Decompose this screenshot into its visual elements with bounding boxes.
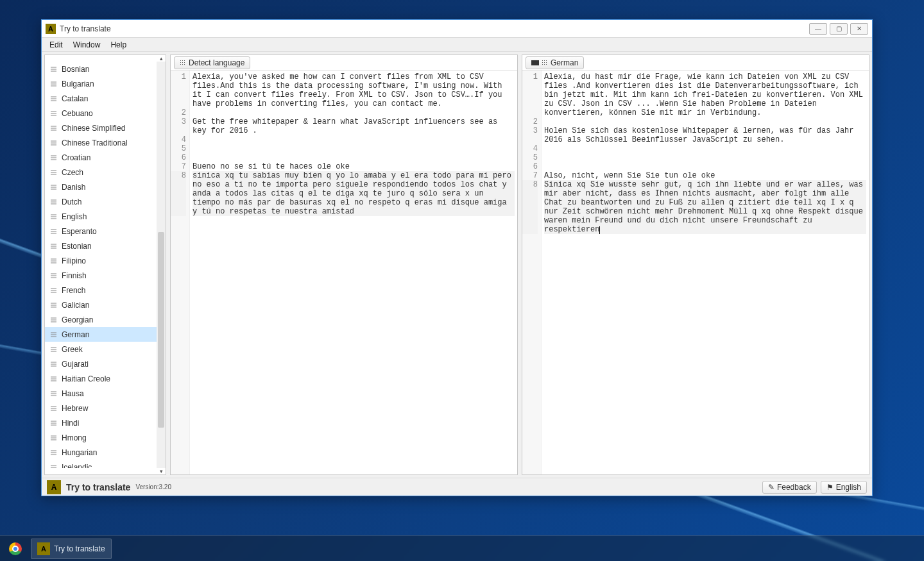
language-item[interactable]: Estonian [45, 239, 166, 253]
language-item[interactable]: English [45, 209, 166, 224]
statusbar: A Try to translate Version:3.20 ✎ Feedba… [42, 478, 872, 496]
chrome-icon [9, 542, 22, 555]
source-pane: Detect language 12345678 Alexia, you've … [170, 54, 518, 475]
language-item[interactable]: Czech [45, 165, 166, 180]
titlebar[interactable]: A Try to translate — ▢ ✕ [42, 20, 872, 38]
code-line: Get the free whitepaper & learn what Jav… [193, 117, 515, 135]
taskbar-app-label: Try to translate [54, 544, 105, 553]
code-line: Holen Sie sich das kostenlose Whitepaper… [544, 126, 866, 144]
window-title: Try to translate [60, 24, 111, 33]
language-item[interactable]: Catalan [45, 91, 166, 106]
menu-edit[interactable]: Edit [44, 39, 68, 51]
language-item[interactable]: Galician [45, 297, 166, 312]
code-line [544, 144, 866, 153]
language-item[interactable]: Bosnian [45, 62, 166, 76]
target-language-button[interactable]: German [526, 56, 584, 69]
app-window: A Try to translate — ▢ ✕ Edit Window Hel… [41, 19, 873, 496]
code-line: Alexia, you've asked me how can I conver… [193, 72, 515, 108]
code-line [544, 153, 866, 162]
code-line: Sinica xq Sie wusste sehr gut, q ich ihn… [544, 180, 866, 234]
lang-scroll-down[interactable]: ▾ [157, 468, 166, 474]
language-item[interactable]: Dutch [45, 194, 166, 209]
close-button[interactable]: ✕ [850, 23, 868, 35]
language-item[interactable]: Chinese Simplified [45, 121, 166, 135]
taskbar-app[interactable]: A Try to translate [31, 539, 112, 559]
language-item[interactable]: Hmong [45, 430, 166, 445]
code-line: Also, nicht, wenn Sie Sie tun ole oke [544, 171, 866, 180]
target-editor[interactable]: 12345678 Alexia, du hast mir die Frage, … [522, 71, 869, 474]
taskbar-chrome[interactable] [3, 539, 28, 559]
language-item[interactable]: French [45, 283, 166, 297]
lang-scroll-up[interactable]: ▴ [157, 55, 166, 62]
status-title: Try to translate [66, 482, 130, 492]
code-line [544, 117, 866, 126]
feedback-button[interactable]: ✎ Feedback [762, 481, 817, 494]
ui-language-button[interactable]: ⚑ English [821, 481, 867, 494]
maximize-button[interactable]: ▢ [830, 23, 848, 35]
detect-language-label: Detect language [189, 58, 244, 67]
language-list[interactable]: ▴ BosnianBulgarianCatalanCebuanoChinese … [44, 54, 166, 475]
language-item[interactable]: Cebuano [45, 106, 166, 121]
language-item[interactable]: Croatian [45, 150, 166, 165]
pencil-icon: ✎ [768, 483, 774, 492]
source-editor[interactable]: 12345678 Alexia, you've asked me how can… [171, 71, 517, 474]
language-item[interactable]: Georgian [45, 312, 166, 327]
status-app-icon: A [47, 480, 61, 494]
taskbar-app-icon: A [37, 542, 50, 555]
minimize-button[interactable]: — [809, 23, 827, 35]
code-line [193, 108, 515, 117]
language-item[interactable]: Chinese Traditional [45, 135, 166, 150]
language-item[interactable]: Bulgarian [45, 76, 166, 91]
code-line [193, 153, 515, 162]
code-line: sinica xq tu sabias muy bien q yo lo ama… [193, 171, 515, 216]
grip-icon [542, 60, 547, 65]
code-line [193, 144, 515, 153]
ui-language-label: English [836, 483, 861, 492]
grip-icon [180, 60, 185, 65]
app-icon: A [46, 24, 56, 34]
language-item[interactable]: Finnish [45, 268, 166, 283]
language-item[interactable]: Hausa [45, 386, 166, 401]
menu-window[interactable]: Window [68, 39, 106, 51]
taskbar[interactable]: A Try to translate [0, 535, 924, 561]
language-item[interactable]: Esperanto [45, 224, 166, 239]
language-item[interactable]: German [45, 327, 166, 342]
code-line: Alexia, du hast mir die Frage, wie kann … [544, 72, 866, 117]
target-pane: German 12345678 Alexia, du hast mir die … [522, 54, 869, 475]
language-item[interactable]: Haitian Creole [45, 371, 166, 386]
code-line: Bueno no se si tú te haces ole oke [193, 162, 515, 171]
flag-icon: ⚑ [826, 483, 834, 492]
language-item[interactable]: Hungarian [45, 445, 166, 460]
language-item[interactable]: Hebrew [45, 401, 166, 415]
status-version: Version:3.20 [135, 483, 171, 490]
target-language-label: German [551, 58, 578, 67]
language-item[interactable]: Danish [45, 180, 166, 194]
detect-language-button[interactable]: Detect language [174, 56, 250, 69]
menubar: Edit Window Help [42, 38, 872, 52]
language-item[interactable]: Icelandic [45, 460, 166, 468]
code-line [544, 162, 866, 171]
language-item[interactable]: Hindi [45, 415, 166, 430]
language-item[interactable]: Greek [45, 342, 166, 356]
language-item[interactable]: Filipino [45, 253, 166, 268]
language-item[interactable]: Gujarati [45, 356, 166, 371]
feedback-label: Feedback [777, 483, 811, 492]
lang-scrollbar[interactable] [157, 62, 166, 468]
code-line [193, 135, 515, 144]
menu-help[interactable]: Help [105, 39, 132, 51]
